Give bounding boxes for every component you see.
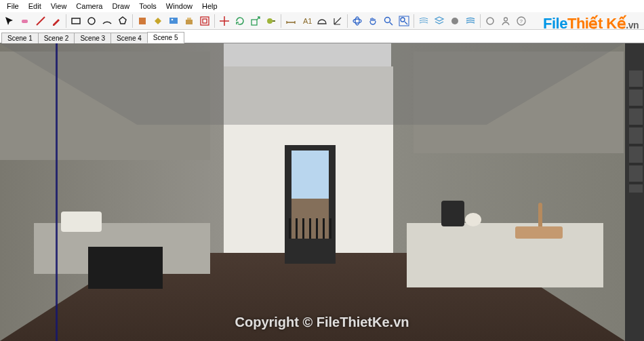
logo-suffix: .vn [626, 20, 639, 31]
scene-tab-2[interactable]: Scene 2 [38, 33, 75, 43]
svg-point-18 [487, 18, 494, 24]
pencil-tool-icon[interactable] [49, 14, 64, 28]
svg-point-12 [353, 19, 361, 23]
svg-rect-6 [186, 20, 193, 24]
dimension-tool-icon[interactable] [283, 14, 298, 28]
menu-tools[interactable]: Tools [135, 1, 161, 11]
pan-tool-icon[interactable] [365, 14, 380, 28]
svg-rect-1 [72, 18, 80, 24]
tape-measure-tool-icon[interactable] [264, 14, 279, 28]
import-image-tool-icon[interactable] [166, 14, 181, 28]
orbit-tool-icon[interactable] [350, 14, 365, 28]
zoom-extents-tool-icon[interactable] [397, 14, 411, 28]
site-logo: FileThiết Kế.vn [543, 15, 639, 33]
logo-part-thietke: Thiết Kế [567, 15, 626, 32]
svg-text:A1: A1 [303, 17, 312, 25]
axes-tool-icon[interactable] [330, 14, 345, 28]
toolbar-separator [214, 14, 215, 28]
layers-tool-icon[interactable] [432, 14, 447, 28]
oven-appliance [88, 247, 163, 289]
circle-tool-icon[interactable] [84, 14, 99, 28]
menu-draw[interactable]: Draw [108, 1, 134, 11]
svg-rect-9 [251, 20, 257, 25]
paint-bucket-tool-icon[interactable] [150, 14, 165, 28]
move-tool-icon[interactable] [217, 14, 232, 28]
logo-part-file: File [543, 15, 567, 32]
toolbar-separator [347, 14, 348, 28]
shadows-tool-icon[interactable] [447, 14, 462, 28]
mixer-bowl [465, 213, 481, 226]
push-pull-tool-icon[interactable] [182, 14, 197, 28]
offset-tool-icon[interactable] [197, 14, 212, 28]
svg-rect-7 [201, 17, 209, 25]
kitchen-sink [515, 226, 563, 239]
balcony-railing [289, 218, 331, 239]
svg-point-17 [451, 18, 458, 24]
scale-tool-icon[interactable] [248, 14, 263, 28]
zoom-tool-icon[interactable] [381, 14, 396, 28]
svg-rect-0 [22, 20, 28, 23]
balcony-door [285, 145, 336, 264]
svg-point-13 [355, 17, 359, 25]
svg-point-10 [267, 18, 273, 24]
scene-tab-1[interactable]: Scene 1 [1, 33, 39, 43]
fog-tool-icon[interactable] [463, 14, 478, 28]
svg-rect-3 [139, 18, 146, 24]
svg-point-19 [504, 18, 508, 21]
model-viewport[interactable]: Copyright © FileThietKe.vn [0, 43, 644, 341]
svg-point-14 [385, 17, 390, 22]
rotate-tool-icon[interactable] [233, 14, 247, 28]
svg-point-2 [88, 18, 95, 24]
help-tool-icon[interactable]: ? [514, 14, 529, 28]
guide-edge [56, 43, 58, 341]
menu-file[interactable]: File [3, 1, 23, 11]
stand-mixer [441, 201, 464, 226]
toolbar-separator [480, 14, 481, 28]
svg-rect-8 [203, 19, 207, 23]
toolbar-separator [414, 14, 414, 28]
scene-tab-3[interactable]: Scene 3 [74, 33, 111, 43]
line-tool-icon[interactable] [33, 14, 48, 28]
menu-view[interactable]: View [47, 1, 71, 11]
menu-camera[interactable]: Camera [72, 1, 106, 11]
polygon-tool-icon[interactable] [115, 14, 130, 28]
menu-help[interactable]: Help [198, 1, 222, 11]
protractor-tool-icon[interactable] [315, 14, 329, 28]
toolbar-separator [132, 14, 133, 28]
arc-tool-icon[interactable] [100, 14, 115, 28]
menu-edit[interactable]: Edit [24, 1, 45, 11]
menu-window[interactable]: Window [162, 1, 197, 11]
select-tool-icon[interactable] [2, 14, 17, 28]
faucet [538, 203, 542, 228]
toolbar-separator [66, 14, 66, 28]
profile-tool-icon[interactable] [498, 14, 513, 28]
text-tool-icon[interactable]: A1 [299, 14, 314, 28]
styles-tool-icon[interactable] [483, 14, 498, 28]
rice-cooker [61, 212, 102, 232]
scene-tab-5[interactable]: Scene 5 [147, 32, 184, 43]
section-plane-tool-icon[interactable] [416, 14, 431, 28]
eraser-tool-icon[interactable] [18, 14, 33, 28]
rectangle-tool-icon[interactable] [68, 14, 83, 28]
svg-point-5 [172, 18, 174, 20]
svg-text:?: ? [520, 18, 523, 24]
counter-right [407, 223, 603, 287]
svg-point-15 [401, 18, 405, 22]
right-shelf-unit [629, 71, 643, 193]
scene-tab-4[interactable]: Scene 4 [110, 33, 148, 43]
toolbar-separator [281, 14, 281, 28]
menu-bar: File Edit View Camera Draw Tools Window … [0, 0, 644, 12]
component-tool-icon[interactable] [135, 14, 150, 28]
svg-rect-4 [169, 18, 178, 24]
